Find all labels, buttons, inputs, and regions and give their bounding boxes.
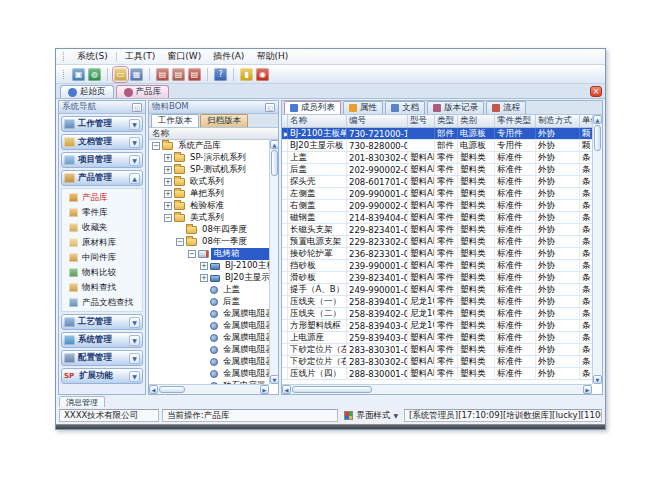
- chevron-up-icon[interactable]: ▲: [129, 173, 140, 184]
- sidebar-item-收藏夹[interactable]: 收藏夹: [62, 220, 142, 235]
- close-tab-button[interactable]: ×: [590, 86, 602, 97]
- sidebar-item-原材料库[interactable]: 原材料库: [62, 235, 142, 250]
- tree-node-金属膜电阻器[interactable]: 金属膜电阻器: [149, 320, 269, 332]
- expand-icon[interactable]: +: [164, 190, 172, 198]
- table-row[interactable]: 压线片（四）288-830001-00X塑料ABS零件塑料类标准件外协条: [282, 368, 592, 380]
- table-row[interactable]: 长磁头支架229-823401-00X塑料ABS零件塑料类标准件外协条: [282, 224, 592, 236]
- table-row[interactable]: BJ20主显示板730-828000-04X部件电源板专用件外协颗: [282, 140, 592, 152]
- column-header-单位[interactable]: 单位: [580, 115, 592, 127]
- scroll-left-icon[interactable]: ◀: [149, 385, 158, 394]
- tree-node-BJ-2100主板单元[interactable]: +BJ-2100主板单元: [149, 260, 269, 272]
- tree-node-单把系列[interactable]: +单把系列: [149, 188, 269, 200]
- table-row[interactable]: 磁钢盖214-839404-01X塑料ABS零件塑料类标准件外协条: [282, 212, 592, 224]
- menubar-grip-handle[interactable]: [63, 52, 66, 61]
- table-row[interactable]: 提手（A、B）249-990001-01X塑料ABS零件塑料类标准件外协条: [282, 284, 592, 296]
- table-row[interactable]: 挡砂板239-990001-01X塑料ABS零件塑料类标准件外协条: [282, 260, 592, 272]
- collapse-icon[interactable]: −: [188, 250, 196, 258]
- tree-node-金属膜电阻器[interactable]: 金属膜电阻器: [149, 356, 269, 368]
- tab-版本记录[interactable]: 版本记录: [427, 101, 484, 114]
- expand-icon[interactable]: +: [164, 166, 172, 174]
- sidebar-group-工艺管理[interactable]: 工艺管理▼: [61, 314, 143, 330]
- help-icon[interactable]: ?: [214, 68, 227, 81]
- ui-style-selector[interactable]: 界面样式 ▼: [341, 409, 401, 422]
- sidebar-item-零件库[interactable]: 零件库: [62, 205, 142, 220]
- table-row[interactable]: 探头壳208-601701-01X塑料ABS零件塑料类标准件外协条: [282, 176, 592, 188]
- expand-icon[interactable]: +: [200, 262, 208, 270]
- column-header-制造方式[interactable]: 制造方式: [536, 115, 580, 127]
- expand-icon[interactable]: +: [200, 274, 208, 282]
- doc-delete-icon[interactable]: ▤: [188, 68, 201, 81]
- tree-node-电烤箱[interactable]: −电烤箱: [149, 248, 269, 260]
- monitor-icon[interactable]: ▣: [72, 68, 85, 81]
- doc-new-icon[interactable]: ▤: [156, 68, 169, 81]
- table-row[interactable]: 上盖201-830302-00X塑料ABS零件塑料类标准件外协条: [282, 152, 592, 164]
- tab-成员列表[interactable]: 成员列表: [284, 101, 341, 114]
- sidebar-item-产品库[interactable]: 产品库: [62, 190, 142, 205]
- tree-node-金属膜电阻器[interactable]: 金属膜电阻器: [149, 368, 269, 380]
- menu-item-5[interactable]: 帮助(H): [250, 49, 294, 64]
- sidebar-group-产品管理[interactable]: 产品管理▲: [61, 170, 143, 186]
- sidebar-pin-button[interactable]: ◱: [132, 103, 142, 112]
- column-header-零件类型[interactable]: 零件类型: [495, 115, 536, 127]
- message-manage-tab[interactable]: 消息管理: [59, 396, 105, 407]
- sidebar-item-物料比较[interactable]: 物料比较: [62, 265, 142, 280]
- column-header-类型[interactable]: 类型: [435, 115, 458, 127]
- tree-node-SP-演示机系列[interactable]: +SP-演示机系列: [149, 152, 269, 164]
- tab-属性[interactable]: 属性: [343, 101, 383, 114]
- globe-icon[interactable]: ◍: [88, 68, 101, 81]
- sidebar-item-物料查找[interactable]: 物料查找: [62, 280, 142, 295]
- version-tab-归档版本[interactable]: 归档版本: [200, 114, 248, 127]
- tree-vscroll-thumb[interactable]: [271, 150, 278, 176]
- exit-icon[interactable]: ◉: [256, 68, 269, 81]
- grid-vscroll-thumb[interactable]: [594, 125, 601, 151]
- chevron-down-icon[interactable]: ▼: [129, 335, 140, 346]
- sidebar-group-项目管理[interactable]: 项目管理▼: [61, 152, 143, 168]
- grid-vertical-scrollbar[interactable]: ▲ ▼: [592, 115, 602, 384]
- tree-node-系统产品库[interactable]: −系统产品库: [149, 140, 269, 152]
- grid-horizontal-scrollbar[interactable]: ◀ ▶: [282, 384, 592, 394]
- table-row[interactable]: 压线夹（一）258-839401-00X尼龙1010零件塑料类标准件外协条: [282, 296, 592, 308]
- expand-icon[interactable]: +: [164, 178, 172, 186]
- version-tab-工作版本[interactable]: 工作版本: [151, 114, 199, 127]
- column-header-编号[interactable]: 编号: [347, 115, 408, 127]
- table-row[interactable]: 下砂定位片（左）283-830301-00X塑料ABS零件塑料类标准件外协条: [282, 344, 592, 356]
- open-folder-icon[interactable]: ▭: [114, 68, 127, 81]
- tree-node-08年一季度[interactable]: −08年一季度: [149, 236, 269, 248]
- tree-node-金属膜电阻器[interactable]: 金属膜电阻器: [149, 308, 269, 320]
- tree-column-header[interactable]: 名称: [149, 128, 278, 140]
- table-row[interactable]: 上电源座259-839403-00X塑料ABS零件塑料类标准件外协条: [282, 332, 592, 344]
- collapse-icon[interactable]: −: [152, 142, 160, 150]
- tree-node-BJ20主显示板[interactable]: +BJ20主显示板: [149, 272, 269, 284]
- table-row[interactable]: 右侧盖209-990002-01X塑料ABS零件塑料类标准件外协条: [282, 200, 592, 212]
- table-row[interactable]: 压线夹（二）258-839402-00X尼龙1010零件塑料类标准件外协条: [282, 308, 592, 320]
- table-row[interactable]: 后盖202-990002-01X塑料ABS零件塑料类标准件外协条: [282, 164, 592, 176]
- menu-item-2[interactable]: 工具(T): [119, 49, 162, 64]
- sidebar-item-中间件库[interactable]: 中间件库: [62, 250, 142, 265]
- table-icon[interactable]: ▦: [130, 68, 143, 81]
- sidebar-group-系统管理[interactable]: 系统管理▼: [61, 332, 143, 348]
- scroll-left-icon[interactable]: ◀: [282, 385, 291, 394]
- tree-node-SP-测试机系列[interactable]: +SP-测试机系列: [149, 164, 269, 176]
- menu-item-4[interactable]: 插件(A): [207, 49, 250, 64]
- tree-node-08年四季度[interactable]: 08年四季度: [149, 224, 269, 236]
- scroll-down-icon[interactable]: ▼: [593, 375, 602, 384]
- grid-hscroll-thumb[interactable]: [292, 386, 372, 393]
- bom-pin-button[interactable]: ◱: [265, 103, 275, 112]
- scroll-up-icon[interactable]: ▲: [270, 140, 278, 149]
- sidebar-item-产品文档查找[interactable]: 产品文档查找: [62, 295, 142, 310]
- column-header-类别[interactable]: 类别: [458, 115, 495, 127]
- sidebar-group-扩展功能[interactable]: SP扩展功能▼: [61, 368, 143, 384]
- chevron-down-icon[interactable]: ▼: [129, 155, 140, 166]
- chevron-down-icon[interactable]: ▼: [129, 317, 140, 328]
- scroll-up-icon[interactable]: ▲: [593, 115, 602, 124]
- chevron-down-icon[interactable]: ▼: [129, 137, 140, 148]
- chevron-down-icon[interactable]: ▼: [129, 353, 140, 364]
- tree-node-金属膜电阻器[interactable]: 金属膜电阻器: [149, 344, 269, 356]
- expand-icon[interactable]: +: [164, 202, 172, 210]
- menu-item-1[interactable]: 系统(S): [71, 49, 114, 64]
- collapse-icon[interactable]: −: [176, 238, 184, 246]
- expand-icon[interactable]: +: [164, 154, 172, 162]
- chevron-down-icon[interactable]: ▼: [129, 371, 140, 382]
- chevron-down-icon[interactable]: ▼: [129, 119, 140, 130]
- menu-item-3[interactable]: 窗口(W): [161, 49, 207, 64]
